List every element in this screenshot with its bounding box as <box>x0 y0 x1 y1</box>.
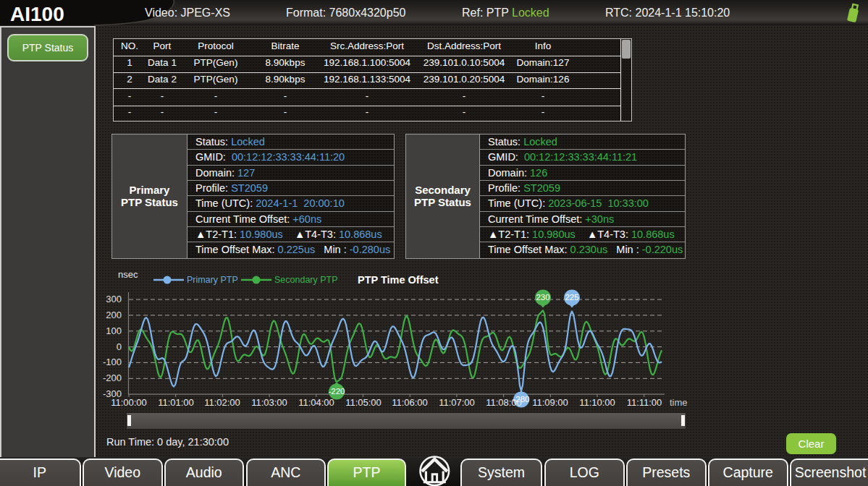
svg-text:225: 225 <box>565 293 578 302</box>
svg-text:-220: -220 <box>328 387 345 396</box>
svg-text:230: 230 <box>536 293 549 302</box>
